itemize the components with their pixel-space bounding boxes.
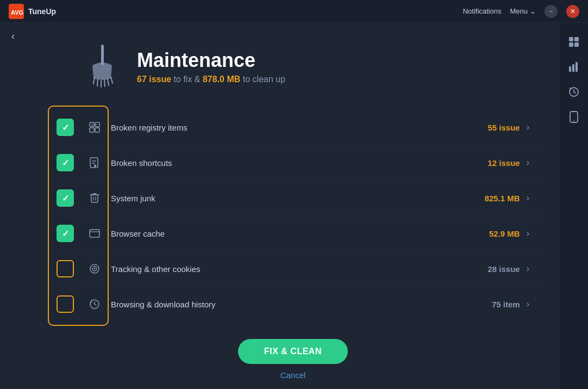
- svg-rect-4: [569, 42, 573, 47]
- close-button[interactable]: ✕: [566, 5, 579, 18]
- logo-area: AVG TuneUp: [9, 4, 56, 19]
- svg-rect-7: [572, 64, 574, 72]
- item-value: 75 item: [492, 300, 520, 309]
- svg-rect-2: [569, 37, 573, 41]
- svg-rect-8: [576, 62, 578, 72]
- svg-rect-5: [574, 42, 579, 47]
- broom-icon: [80, 45, 124, 88]
- back-button[interactable]: ‹: [0, 23, 26, 49]
- header-controls: Notifications Menu ⌄ − ✕: [463, 5, 579, 18]
- maintenance-items-list: Broken registry items 55 issue › Broken …: [48, 110, 538, 322]
- registry-icon: [85, 118, 104, 137]
- hero-section: Maintenance 67 issue to fix & 878.0 MB t…: [48, 45, 538, 88]
- history-icon: [85, 294, 104, 314]
- list-item[interactable]: Broken registry items 55 issue ›: [48, 110, 538, 145]
- item-value: 55 issue: [487, 123, 520, 132]
- list-item[interactable]: Broken shortcuts 12 issue ›: [48, 145, 538, 181]
- chevron-right-icon: ›: [527, 299, 529, 309]
- svg-line-23: [91, 124, 93, 126]
- item-value: 28 issue: [487, 264, 520, 274]
- chevron-right-icon: ›: [527, 193, 529, 203]
- svg-line-17: [108, 79, 109, 85]
- actions-section: FIX & CLEAN Cancel: [48, 339, 538, 380]
- svg-rect-21: [90, 128, 94, 132]
- svg-rect-25: [90, 158, 98, 168]
- chevron-right-icon: ›: [527, 264, 529, 274]
- main-content: Maintenance 67 issue to fix & 878.0 MB t…: [26, 23, 560, 389]
- list-item[interactable]: Tracking & other cookies 28 issue ›: [48, 251, 538, 287]
- checkbox-browsing-history[interactable]: [57, 295, 74, 313]
- item-value: 825.1 MB: [485, 194, 520, 203]
- right-sidebar: [560, 23, 588, 389]
- svg-rect-12: [101, 45, 104, 65]
- svg-line-18: [111, 77, 112, 83]
- chevron-right-icon: ›: [527, 229, 529, 238]
- item-value: 12 issue: [487, 158, 520, 168]
- app-title: TuneUp: [28, 7, 56, 16]
- app-header: AVG TuneUp Notifications Menu ⌄ − ✕: [0, 0, 588, 23]
- item-value: 52.9 MB: [489, 229, 520, 238]
- history-button[interactable]: [564, 82, 584, 102]
- shortcut-icon: [85, 153, 104, 172]
- checkbox-broken-registry[interactable]: [57, 119, 74, 136]
- svg-line-16: [104, 80, 105, 87]
- grid-view-button[interactable]: [564, 32, 584, 52]
- svg-rect-6: [569, 66, 571, 72]
- chevron-right-icon: ›: [527, 122, 529, 132]
- svg-point-11: [573, 120, 574, 121]
- svg-point-30: [94, 268, 96, 270]
- hero-text: Maintenance 67 issue to fix & 878.0 MB t…: [137, 48, 285, 84]
- list-item[interactable]: Browsing & download history 75 item ›: [48, 287, 538, 322]
- checkbox-broken-shortcuts[interactable]: [57, 154, 74, 171]
- item-label: Broken shortcuts: [111, 158, 487, 168]
- checkbox-system-junk[interactable]: [57, 189, 74, 207]
- fix-clean-button[interactable]: FIX & CLEAN: [238, 339, 348, 364]
- item-label: Browsing & download history: [111, 300, 492, 309]
- svg-rect-22: [95, 128, 99, 132]
- item-label: Browser cache: [111, 229, 489, 238]
- chevron-down-icon: ⌄: [530, 7, 536, 15]
- cancel-button[interactable]: Cancel: [280, 371, 306, 380]
- svg-line-14: [97, 79, 98, 86]
- list-item[interactable]: System junk 825.1 MB ›: [48, 181, 538, 216]
- notifications-button[interactable]: Notifications: [463, 7, 502, 15]
- item-label: Broken registry items: [111, 123, 487, 132]
- browser-icon: [85, 224, 104, 243]
- cleanup-size: 878.0 MB: [203, 75, 240, 84]
- trash-icon: [85, 188, 104, 208]
- list-item[interactable]: Browser cache 52.9 MB ›: [48, 216, 538, 251]
- avg-logo: AVG: [9, 4, 24, 19]
- svg-rect-27: [90, 230, 99, 237]
- svg-rect-20: [95, 122, 99, 127]
- svg-text:AVG: AVG: [11, 9, 23, 16]
- minimize-button[interactable]: −: [545, 5, 558, 18]
- svg-rect-26: [91, 195, 98, 202]
- checkbox-tracking-cookies[interactable]: [57, 260, 74, 277]
- mobile-button[interactable]: [564, 107, 584, 127]
- checkbox-browser-cache[interactable]: [57, 225, 74, 242]
- hero-subtitle: 67 issue to fix & 878.0 MB to clean up: [137, 75, 285, 84]
- page-title: Maintenance: [137, 48, 285, 72]
- svg-rect-3: [574, 37, 579, 41]
- issues-count: 67 issue: [137, 75, 171, 84]
- back-icon: ‹: [11, 30, 15, 42]
- menu-button[interactable]: Menu ⌄: [510, 7, 536, 15]
- item-label: Tracking & other cookies: [111, 264, 487, 274]
- chart-button[interactable]: [564, 57, 584, 77]
- chevron-right-icon: ›: [527, 158, 529, 168]
- item-label: System junk: [111, 194, 485, 203]
- tracking-icon: [85, 259, 104, 279]
